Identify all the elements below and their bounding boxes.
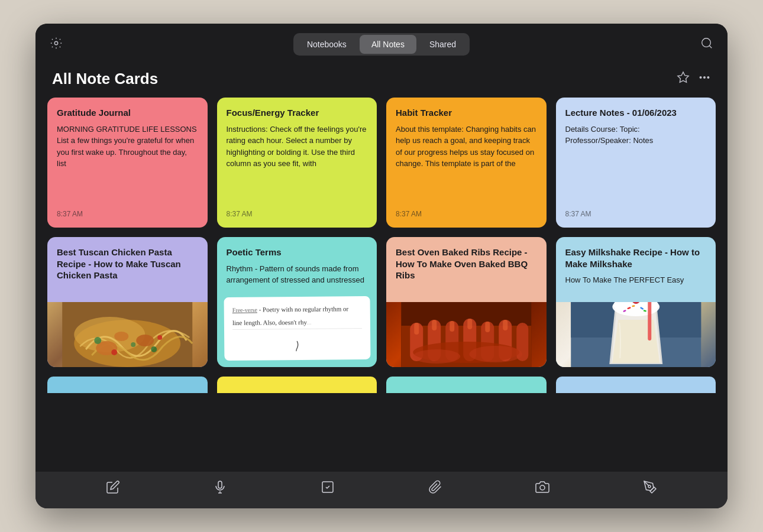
header: Notebooks All Notes Shared — [35, 24, 728, 65]
page-title: All Note Cards — [52, 70, 158, 88]
svg-marker-2 — [678, 72, 688, 82]
partial-card-2 — [217, 377, 377, 393]
partial-card-3 — [386, 377, 547, 393]
card-gratitude-journal[interactable]: Gratitude Journal MORNING GRATITUDE LIFE… — [47, 98, 208, 228]
svg-point-4 — [704, 77, 705, 78]
card-body: MORNING GRATITUDE LIFE LESSONS List a fe… — [57, 124, 198, 205]
svg-point-33 — [413, 349, 460, 364]
card-title: Best Tuscan Chicken Pasta Recipe - How t… — [57, 246, 198, 281]
card-poetic-terms[interactable]: Poetic Terms Rhythm - Pattern of sounds … — [217, 237, 377, 367]
svg-rect-30 — [485, 322, 490, 332]
svg-rect-26 — [414, 323, 419, 335]
svg-point-10 — [136, 335, 154, 346]
svg-point-34 — [469, 346, 522, 362]
svg-point-1 — [702, 38, 711, 47]
page-header-icons — [677, 71, 711, 87]
partial-card-4 — [556, 377, 716, 393]
partial-card-1 — [47, 377, 208, 393]
card-image-shake — [556, 302, 716, 367]
cards-grid: Gratitude Journal MORNING GRATITUDE LIFE… — [47, 98, 716, 367]
svg-point-15 — [111, 349, 117, 355]
handwritten-note: Free-verse - Poetry with no regular rhyt… — [224, 296, 370, 361]
card-habit-tracker[interactable]: Habit Tracker About this template: Chang… — [386, 98, 547, 228]
camera-icon[interactable] — [535, 480, 549, 498]
cards-scroll-area[interactable]: Gratitude Journal MORNING GRATITUDE LIFE… — [35, 98, 728, 472]
checklist-icon[interactable] — [321, 480, 335, 498]
card-title: Poetic Terms — [227, 246, 368, 258]
card-title: Best Oven Baked Ribs Recipe - How To Mak… — [396, 246, 537, 281]
svg-rect-49 — [218, 481, 222, 488]
card-oven-ribs[interactable]: Best Oven Baked Ribs Recipe - How To Mak… — [386, 237, 547, 367]
svg-rect-48 — [649, 302, 650, 340]
svg-rect-27 — [432, 320, 437, 330]
svg-point-12 — [94, 337, 101, 344]
edit-icon[interactable] — [106, 480, 120, 498]
svg-point-5 — [707, 77, 709, 78]
page-header: All Note Cards — [35, 65, 728, 98]
partial-cards-row — [47, 377, 716, 393]
card-body: How To Make The PERFECT Easy — [565, 274, 707, 297]
card-time: 8:37 AM — [565, 210, 707, 218]
svg-point-3 — [700, 77, 701, 78]
tab-all-notes[interactable]: All Notes — [360, 35, 416, 54]
svg-rect-29 — [467, 319, 472, 329]
svg-point-0 — [54, 41, 58, 45]
attachment-icon[interactable] — [428, 480, 442, 498]
card-image-ribs — [386, 302, 547, 367]
card-lecture-notes[interactable]: Lecture Notes - 01/06/2023 Details Cours… — [556, 98, 716, 228]
card-body: Details Course: Topic: Professor/Speaker… — [565, 124, 707, 205]
svg-point-11 — [114, 332, 128, 341]
card-title: Easy Milkshake Recipe - How to Make Milk… — [565, 246, 707, 270]
card-title: Focus/Energy Tracker — [227, 107, 368, 119]
card-milkshake[interactable]: Easy Milkshake Recipe - How to Make Milk… — [556, 237, 716, 367]
card-tuscan-chicken[interactable]: Best Tuscan Chicken Pasta Recipe - How t… — [47, 237, 208, 367]
tab-shared[interactable]: Shared — [418, 35, 468, 54]
card-time: 8:37 AM — [57, 210, 198, 218]
svg-rect-31 — [503, 320, 507, 330]
svg-point-13 — [151, 346, 157, 352]
more-options-icon[interactable] — [698, 71, 711, 87]
card-image-pasta — [47, 302, 208, 367]
app-window: Notebooks All Notes Shared All Note Card… — [35, 24, 728, 508]
card-body: Rhythm - Pattern of sounds made from arr… — [227, 263, 368, 293]
card-body: Instructions: Check off the feelings you… — [227, 124, 368, 205]
card-time: 8:37 AM — [227, 210, 368, 218]
card-time: 8:37 AM — [396, 210, 537, 218]
bottom-toolbar — [35, 472, 728, 508]
svg-point-54 — [648, 485, 651, 488]
card-title: Habit Tracker — [396, 107, 537, 119]
star-icon[interactable] — [677, 71, 690, 87]
card-focus-energy[interactable]: Focus/Energy Tracker Instructions: Check… — [217, 98, 377, 228]
tab-notebooks[interactable]: Notebooks — [295, 35, 358, 54]
card-title: Lecture Notes - 01/06/2023 — [565, 107, 707, 119]
search-icon[interactable] — [700, 37, 713, 53]
settings-icon[interactable] — [50, 37, 63, 53]
card-body: About this template: Changing habits can… — [396, 124, 537, 205]
microphone-icon[interactable] — [213, 480, 227, 498]
svg-rect-28 — [450, 321, 454, 332]
svg-point-14 — [131, 342, 135, 347]
svg-point-16 — [157, 335, 162, 340]
nav-tabs: Notebooks All Notes Shared — [293, 33, 470, 56]
svg-point-53 — [540, 485, 545, 490]
draw-icon[interactable] — [643, 480, 657, 498]
card-title: Gratitude Journal — [57, 107, 198, 119]
